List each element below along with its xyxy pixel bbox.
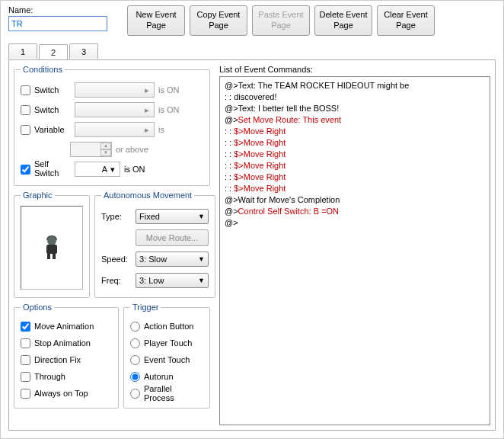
freq-label: Freq: [101,276,132,285]
command-line[interactable]: : : discovered! [225,91,485,103]
character-sprite-icon [43,236,60,259]
self-switch-suffix: is ON [124,165,145,174]
variable-checkbox[interactable] [21,125,30,135]
switch1-checkbox[interactable] [21,85,30,95]
spinner-up-icon[interactable]: ▲ [100,143,111,149]
tab-2[interactable]: 2 [39,44,68,61]
command-line[interactable]: : : $>Move Right [225,126,485,137]
paste-event-page-button: Paste Event Page [252,5,310,36]
chevron-down-icon: ▼ [198,255,205,263]
switch2-suffix: is ON [158,105,180,114]
switch1-suffix: is ON [158,85,180,95]
variable-label: Variable [34,125,71,134]
trigger-autorun[interactable] [130,372,140,382]
switch1-combo[interactable]: ▸ [75,82,155,98]
name-input[interactable] [8,16,107,31]
move-route-button: Move Route... [136,229,209,246]
direction-fix-checkbox[interactable] [21,355,30,365]
command-line[interactable]: : : $>Move Right [225,171,485,183]
command-line[interactable]: : : $>Move Right [225,160,485,171]
trigger-event-touch[interactable] [130,355,140,365]
autonomous-movement-group: Autonomous Movement Type: Fixed▼ Move Ro… [94,191,215,298]
command-line[interactable]: @>Set Move Route: This event [225,114,485,126]
clear-event-page-button[interactable]: Clear Event Page [377,5,435,36]
graphic-legend: Graphic [21,191,55,200]
event-commands-list[interactable]: @>Text: The TEAM ROCKET HIDEOUT might be… [219,76,490,425]
trigger-label: Parallel Process [144,384,203,402]
options-group: Options Move Animation Stop Animation Di… [14,303,119,409]
dropdown-icon: ▸ [142,105,152,115]
switch2-checkbox[interactable] [21,105,30,115]
trigger-label: Player Touch [144,338,192,348]
name-label: Name: [8,5,115,14]
command-line[interactable]: @> [225,217,485,229]
self-switch-checkbox[interactable] [21,165,30,175]
variable-suffix2: or above [116,145,148,154]
type-label: Type: [101,212,132,221]
chevron-down-icon: ▼ [198,277,205,284]
autonomous-legend: Autonomous Movement [101,191,194,200]
switch2-combo[interactable]: ▸ [75,102,155,117]
trigger-label: Action Button [144,322,193,331]
command-line[interactable]: : : $>Move Right [225,183,485,194]
dropdown-icon: ▸ [142,85,152,95]
type-select[interactable]: Fixed▼ [136,209,209,224]
self-switch-label: Self Switch [34,160,71,178]
trigger-group: Trigger Action Button Player Touch Event… [123,303,210,409]
new-event-page-button[interactable]: New Event Page [127,5,185,36]
speed-label: Speed: [101,255,132,264]
trigger-label: Autorun [144,372,174,381]
through-checkbox[interactable] [21,372,30,382]
dropdown-icon: ▾ [107,165,118,175]
options-legend: Options [21,303,54,312]
option-label: Direction Fix [34,355,81,364]
option-label: Stop Animation [34,338,91,348]
option-label: Move Animation [34,322,94,331]
trigger-action-button[interactable] [130,322,140,332]
command-line[interactable]: : : $>Move Right [225,137,485,149]
variable-suffix: is [158,125,164,134]
chevron-down-icon: ▼ [198,213,205,220]
graphic-preview[interactable] [21,206,83,290]
variable-value-field[interactable]: ▲▼ [70,142,112,157]
graphic-group: Graphic [14,191,90,298]
tab-1[interactable]: 1 [8,43,37,59]
switch2-label: Switch [34,105,71,114]
command-line[interactable]: @>Text: I better tell the BOSS! [225,103,485,114]
copy-event-page-button[interactable]: Copy Event Page [190,5,247,36]
option-label: Always on Top [34,389,88,398]
move-animation-checkbox[interactable] [21,322,30,332]
always-on-top-checkbox[interactable] [21,389,30,399]
stop-animation-checkbox[interactable] [21,338,30,348]
command-line[interactable]: @>Text: The TEAM ROCKET HIDEOUT might be [225,80,485,91]
freq-select[interactable]: 3: Low▼ [136,273,209,288]
command-line[interactable]: @>Control Self Switch: B =ON [225,206,485,217]
speed-select[interactable]: 3: Slow▼ [136,252,209,267]
commands-label: List of Event Commands: [219,65,490,74]
trigger-parallel-process[interactable] [130,389,140,399]
variable-combo[interactable]: ▸ [75,122,155,137]
tab-3[interactable]: 3 [69,43,98,59]
switch1-label: Switch [34,85,71,95]
conditions-group: Conditions Switch ▸ is ON Switch ▸ is ON… [14,65,210,186]
option-label: Through [34,372,65,381]
trigger-player-touch[interactable] [130,338,140,348]
command-line[interactable]: @>Wait for Move's Completion [225,194,485,206]
self-switch-combo[interactable]: A▾ [75,162,120,177]
trigger-legend: Trigger [130,303,161,312]
delete-event-page-button[interactable]: Delete Event Page [314,5,372,36]
trigger-label: Event Touch [144,355,190,364]
command-line[interactable]: : : $>Move Right [225,149,485,160]
spinner-down-icon[interactable]: ▼ [100,149,111,156]
tab-strip: 1 2 3 [8,43,503,60]
dropdown-icon: ▸ [142,125,152,135]
conditions-legend: Conditions [21,65,65,74]
